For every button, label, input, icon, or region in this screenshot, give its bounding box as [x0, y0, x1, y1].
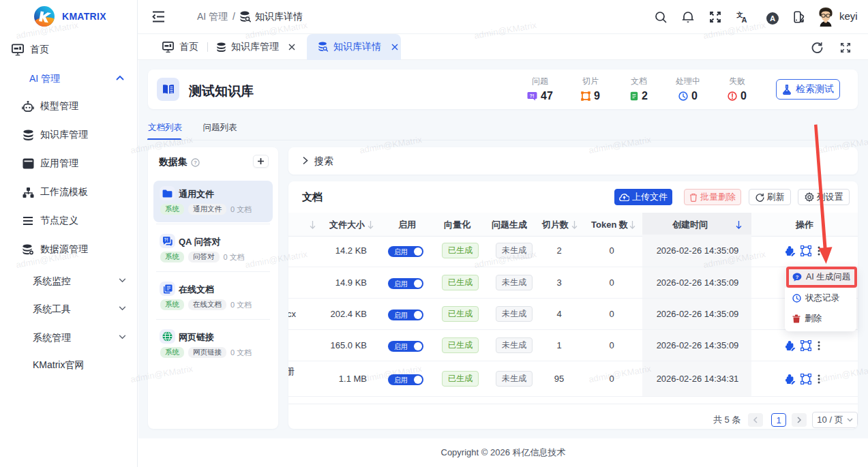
svg-text:?!: ?! [529, 93, 534, 99]
svg-text:?: ? [194, 160, 197, 166]
svg-text:A: A [770, 14, 775, 22]
svg-text:?!: ?! [164, 237, 168, 242]
svg-text:A: A [742, 16, 747, 23]
